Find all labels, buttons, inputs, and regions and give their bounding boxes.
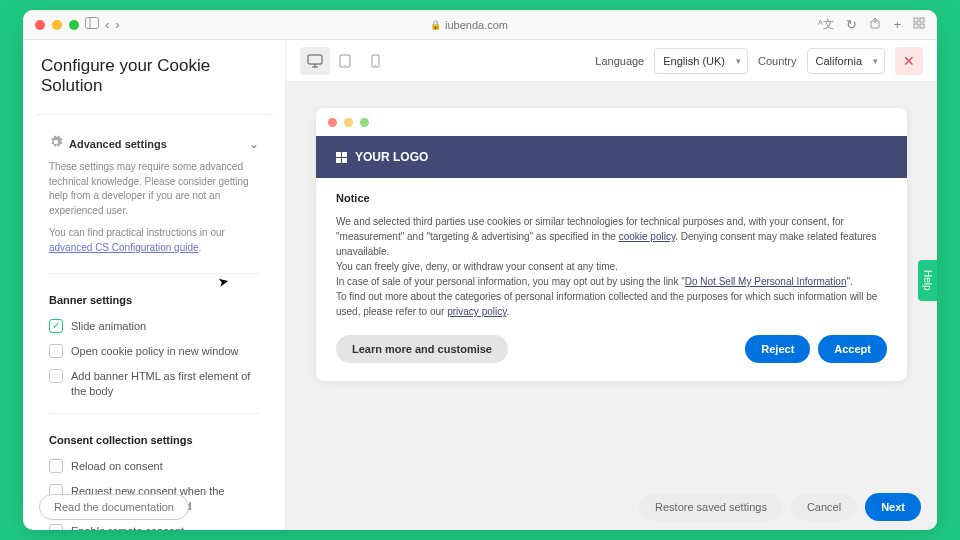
cancel-button[interactable]: Cancel	[791, 493, 857, 521]
chk-slide-animation[interactable]: Slide animation	[41, 314, 267, 339]
device-desktop-button[interactable]	[300, 47, 330, 75]
preview-topbar: Language English (UK) Country California…	[286, 40, 937, 82]
country-select[interactable]: California	[807, 48, 885, 74]
forward-icon[interactable]: ›	[115, 17, 119, 32]
maximize-window-icon[interactable]	[69, 20, 79, 30]
reload-icon[interactable]: ↻	[846, 17, 857, 32]
privacy-policy-link[interactable]: privacy policy	[447, 306, 506, 317]
accept-button[interactable]: Accept	[818, 335, 887, 363]
svg-rect-5	[914, 24, 918, 28]
do-not-sell-link[interactable]: Do Not Sell My Personal Information	[685, 276, 847, 287]
notice-text: We and selected third parties use cookie…	[336, 214, 887, 319]
device-tablet-button[interactable]	[330, 47, 360, 75]
checkbox-icon	[49, 344, 63, 358]
sidebar-toggle-icon[interactable]	[85, 17, 99, 32]
address-bar[interactable]: iubenda.com	[445, 19, 508, 31]
checkbox-icon	[49, 459, 63, 473]
browser-window: ‹ › 🔒 iubenda.com ᴬ文 ↻ + Configure your …	[23, 10, 937, 530]
chk-open-new-window[interactable]: Open cookie policy in new window	[41, 339, 267, 364]
chevron-down-icon: ⌄	[249, 137, 259, 151]
svg-rect-0	[86, 18, 99, 29]
cookie-banner-preview: YOUR LOGO Notice We and selected third p…	[316, 108, 907, 381]
learn-more-button[interactable]: Learn more and customise	[336, 335, 508, 363]
svg-rect-6	[920, 24, 924, 28]
help-tab[interactable]: Help	[918, 260, 937, 301]
chk-reload-consent[interactable]: Reload on consent	[41, 454, 267, 479]
window-controls	[35, 20, 79, 30]
advanced-settings-label: Advanced settings	[69, 138, 243, 150]
advanced-guide: You can find practical instructions in o…	[41, 226, 267, 263]
svg-point-9	[345, 65, 346, 66]
read-docs-button[interactable]: Read the documentation	[39, 494, 189, 520]
restore-button[interactable]: Restore saved settings	[639, 493, 783, 521]
advanced-warning: These settings may require some advanced…	[41, 160, 267, 226]
cookie-policy-link[interactable]: cookie policy	[619, 231, 676, 242]
cs-config-guide-link[interactable]: advanced CS Configuration guide	[49, 242, 199, 253]
notice-title: Notice	[336, 192, 887, 204]
svg-point-11	[375, 65, 376, 66]
gear-icon	[49, 135, 63, 152]
next-button[interactable]: Next	[865, 493, 921, 521]
logo-icon	[336, 152, 347, 163]
tabs-icon[interactable]	[913, 17, 925, 32]
checkbox-icon	[49, 369, 63, 383]
chk-add-html-first[interactable]: Add banner HTML as first element of the …	[41, 364, 267, 404]
browser-chrome: ‹ › 🔒 iubenda.com ᴬ文 ↻ +	[23, 10, 937, 40]
close-preview-button[interactable]: ✕	[895, 47, 923, 75]
preview-area: Language English (UK) Country California…	[286, 40, 937, 530]
site-header: YOUR LOGO	[316, 136, 907, 178]
advanced-settings-toggle[interactable]: Advanced settings ⌄	[41, 127, 267, 160]
page-footer: Read the documentation Restore saved set…	[23, 484, 937, 530]
country-label: Country	[758, 55, 797, 67]
close-window-icon[interactable]	[35, 20, 45, 30]
share-icon[interactable]	[869, 17, 881, 32]
device-mobile-button[interactable]	[360, 47, 390, 75]
mock-window-controls	[316, 108, 907, 136]
consent-settings-heading: Consent collection settings	[41, 424, 267, 454]
config-sidebar: Configure your Cookie Solution Advanced …	[23, 40, 286, 530]
add-icon[interactable]: +	[893, 17, 901, 32]
svg-rect-7	[308, 55, 322, 64]
page-title: Configure your Cookie Solution	[23, 40, 285, 108]
translate-icon[interactable]: ᴬ文	[818, 17, 834, 32]
svg-rect-4	[920, 18, 924, 22]
checkbox-icon	[49, 319, 63, 333]
svg-rect-3	[914, 18, 918, 22]
reject-button[interactable]: Reject	[745, 335, 810, 363]
language-label: Language	[595, 55, 644, 67]
minimize-window-icon[interactable]	[52, 20, 62, 30]
logo-text: YOUR LOGO	[355, 150, 428, 164]
banner-settings-heading: Banner settings	[41, 284, 267, 314]
language-select[interactable]: English (UK)	[654, 48, 748, 74]
back-icon[interactable]: ‹	[105, 17, 109, 32]
lock-icon: 🔒	[430, 20, 441, 30]
